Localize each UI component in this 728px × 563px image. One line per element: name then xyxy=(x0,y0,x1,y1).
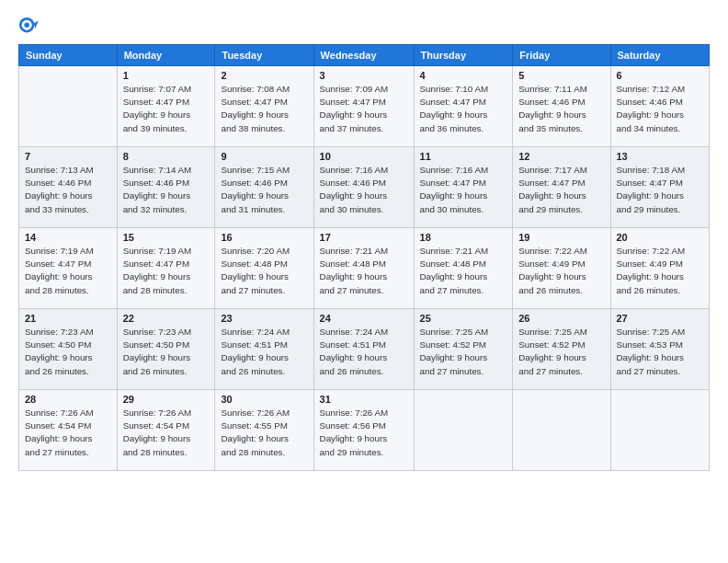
header-day-wednesday: Wednesday xyxy=(313,45,414,66)
header-day-thursday: Thursday xyxy=(414,45,513,66)
calendar-cell: 9Sunrise: 7:15 AMSunset: 4:46 PMDaylight… xyxy=(215,147,313,228)
day-info: Sunrise: 7:26 AMSunset: 4:56 PMDaylight:… xyxy=(320,407,408,459)
calendar-header: SundayMondayTuesdayWednesdayThursdayFrid… xyxy=(19,45,710,66)
week-row-4: 21Sunrise: 7:23 AMSunset: 4:50 PMDayligh… xyxy=(19,309,710,390)
day-info: Sunrise: 7:22 AMSunset: 4:49 PMDaylight:… xyxy=(518,245,604,297)
svg-marker-1 xyxy=(34,21,40,29)
day-number: 6 xyxy=(617,70,704,81)
day-number: 25 xyxy=(420,313,507,324)
day-info: Sunrise: 7:16 AMSunset: 4:47 PMDaylight:… xyxy=(420,164,507,216)
day-number: 26 xyxy=(518,313,604,324)
day-info: Sunrise: 7:20 AMSunset: 4:48 PMDaylight:… xyxy=(221,245,307,297)
day-info: Sunrise: 7:09 AMSunset: 4:47 PMDaylight:… xyxy=(320,83,408,135)
calendar-cell: 4Sunrise: 7:10 AMSunset: 4:47 PMDaylight… xyxy=(414,66,513,147)
calendar-cell: 31Sunrise: 7:26 AMSunset: 4:56 PMDayligh… xyxy=(313,390,414,471)
calendar-cell: 5Sunrise: 7:11 AMSunset: 4:46 PMDaylight… xyxy=(513,66,610,147)
calendar-cell: 17Sunrise: 7:21 AMSunset: 4:48 PMDayligh… xyxy=(313,228,414,309)
logo xyxy=(18,17,42,37)
calendar-cell: 18Sunrise: 7:21 AMSunset: 4:48 PMDayligh… xyxy=(414,228,513,309)
calendar-cell: 20Sunrise: 7:22 AMSunset: 4:49 PMDayligh… xyxy=(610,228,710,309)
day-number: 2 xyxy=(221,70,307,81)
day-number: 30 xyxy=(221,394,307,405)
day-number: 17 xyxy=(320,232,408,243)
day-number: 27 xyxy=(617,313,704,324)
day-info: Sunrise: 7:25 AMSunset: 4:52 PMDaylight:… xyxy=(518,326,604,378)
day-info: Sunrise: 7:15 AMSunset: 4:46 PMDaylight:… xyxy=(221,164,307,216)
day-info: Sunrise: 7:26 AMSunset: 4:54 PMDaylight:… xyxy=(123,407,210,459)
logo-icon xyxy=(18,17,39,37)
day-info: Sunrise: 7:19 AMSunset: 4:47 PMDaylight:… xyxy=(25,245,111,297)
day-number: 20 xyxy=(617,232,704,243)
calendar-cell: 21Sunrise: 7:23 AMSunset: 4:50 PMDayligh… xyxy=(19,309,118,390)
calendar-cell: 16Sunrise: 7:20 AMSunset: 4:48 PMDayligh… xyxy=(215,228,313,309)
day-info: Sunrise: 7:24 AMSunset: 4:51 PMDaylight:… xyxy=(221,326,307,378)
day-number: 8 xyxy=(123,151,210,162)
day-number: 14 xyxy=(25,232,111,243)
header xyxy=(18,17,710,37)
calendar-cell: 1Sunrise: 7:07 AMSunset: 4:47 PMDaylight… xyxy=(117,66,215,147)
day-number: 31 xyxy=(320,394,408,405)
calendar-cell: 6Sunrise: 7:12 AMSunset: 4:46 PMDaylight… xyxy=(610,66,710,147)
day-number: 21 xyxy=(25,313,111,324)
calendar-cell: 24Sunrise: 7:24 AMSunset: 4:51 PMDayligh… xyxy=(313,309,414,390)
day-number: 12 xyxy=(518,151,604,162)
day-number: 22 xyxy=(123,313,210,324)
day-number: 24 xyxy=(320,313,408,324)
calendar-cell: 12Sunrise: 7:17 AMSunset: 4:47 PMDayligh… xyxy=(513,147,610,228)
calendar-cell xyxy=(414,390,513,471)
calendar-cell: 8Sunrise: 7:14 AMSunset: 4:46 PMDaylight… xyxy=(117,147,215,228)
calendar-cell: 2Sunrise: 7:08 AMSunset: 4:47 PMDaylight… xyxy=(215,66,313,147)
header-day-friday: Friday xyxy=(513,45,610,66)
day-info: Sunrise: 7:08 AMSunset: 4:47 PMDaylight:… xyxy=(221,83,307,135)
day-number: 4 xyxy=(420,70,507,81)
day-info: Sunrise: 7:26 AMSunset: 4:55 PMDaylight:… xyxy=(221,407,307,459)
day-info: Sunrise: 7:07 AMSunset: 4:47 PMDaylight:… xyxy=(123,83,210,135)
day-info: Sunrise: 7:24 AMSunset: 4:51 PMDaylight:… xyxy=(320,326,408,378)
day-number: 13 xyxy=(617,151,704,162)
calendar-cell xyxy=(610,390,710,471)
calendar-cell: 7Sunrise: 7:13 AMSunset: 4:46 PMDaylight… xyxy=(19,147,118,228)
calendar-cell: 3Sunrise: 7:09 AMSunset: 4:47 PMDaylight… xyxy=(313,66,414,147)
header-day-tuesday: Tuesday xyxy=(215,45,313,66)
header-day-saturday: Saturday xyxy=(610,45,710,66)
day-info: Sunrise: 7:25 AMSunset: 4:53 PMDaylight:… xyxy=(617,326,704,378)
header-day-monday: Monday xyxy=(117,45,215,66)
day-number: 11 xyxy=(420,151,507,162)
day-info: Sunrise: 7:23 AMSunset: 4:50 PMDaylight:… xyxy=(123,326,210,378)
day-info: Sunrise: 7:13 AMSunset: 4:46 PMDaylight:… xyxy=(25,164,111,216)
day-info: Sunrise: 7:12 AMSunset: 4:46 PMDaylight:… xyxy=(617,83,704,135)
day-number: 23 xyxy=(221,313,307,324)
day-info: Sunrise: 7:14 AMSunset: 4:46 PMDaylight:… xyxy=(123,164,210,216)
week-row-2: 7Sunrise: 7:13 AMSunset: 4:46 PMDaylight… xyxy=(19,147,710,228)
calendar-cell xyxy=(19,66,118,147)
day-number: 15 xyxy=(123,232,210,243)
calendar-cell: 27Sunrise: 7:25 AMSunset: 4:53 PMDayligh… xyxy=(610,309,710,390)
calendar-cell: 26Sunrise: 7:25 AMSunset: 4:52 PMDayligh… xyxy=(513,309,610,390)
calendar-body: 1Sunrise: 7:07 AMSunset: 4:47 PMDaylight… xyxy=(19,66,710,471)
day-number: 18 xyxy=(420,232,507,243)
calendar-cell: 14Sunrise: 7:19 AMSunset: 4:47 PMDayligh… xyxy=(19,228,118,309)
calendar-cell: 10Sunrise: 7:16 AMSunset: 4:46 PMDayligh… xyxy=(313,147,414,228)
day-info: Sunrise: 7:22 AMSunset: 4:49 PMDaylight:… xyxy=(617,245,704,297)
day-info: Sunrise: 7:18 AMSunset: 4:47 PMDaylight:… xyxy=(617,164,704,216)
calendar-cell: 23Sunrise: 7:24 AMSunset: 4:51 PMDayligh… xyxy=(215,309,313,390)
day-info: Sunrise: 7:19 AMSunset: 4:47 PMDaylight:… xyxy=(123,245,210,297)
day-number: 19 xyxy=(518,232,604,243)
calendar-cell: 19Sunrise: 7:22 AMSunset: 4:49 PMDayligh… xyxy=(513,228,610,309)
day-number: 28 xyxy=(25,394,111,405)
calendar-cell: 13Sunrise: 7:18 AMSunset: 4:47 PMDayligh… xyxy=(610,147,710,228)
day-info: Sunrise: 7:10 AMSunset: 4:47 PMDaylight:… xyxy=(420,83,507,135)
day-number: 16 xyxy=(221,232,307,243)
week-row-3: 14Sunrise: 7:19 AMSunset: 4:47 PMDayligh… xyxy=(19,228,710,309)
calendar-table: SundayMondayTuesdayWednesdayThursdayFrid… xyxy=(18,44,710,471)
day-info: Sunrise: 7:21 AMSunset: 4:48 PMDaylight:… xyxy=(420,245,507,297)
day-number: 5 xyxy=(518,70,604,81)
week-row-5: 28Sunrise: 7:26 AMSunset: 4:54 PMDayligh… xyxy=(19,390,710,471)
day-number: 10 xyxy=(320,151,408,162)
day-info: Sunrise: 7:26 AMSunset: 4:54 PMDaylight:… xyxy=(25,407,111,459)
calendar-cell: 30Sunrise: 7:26 AMSunset: 4:55 PMDayligh… xyxy=(215,390,313,471)
week-row-1: 1Sunrise: 7:07 AMSunset: 4:47 PMDaylight… xyxy=(19,66,710,147)
calendar-cell: 11Sunrise: 7:16 AMSunset: 4:47 PMDayligh… xyxy=(414,147,513,228)
header-row: SundayMondayTuesdayWednesdayThursdayFrid… xyxy=(19,45,710,66)
calendar-cell: 22Sunrise: 7:23 AMSunset: 4:50 PMDayligh… xyxy=(117,309,215,390)
